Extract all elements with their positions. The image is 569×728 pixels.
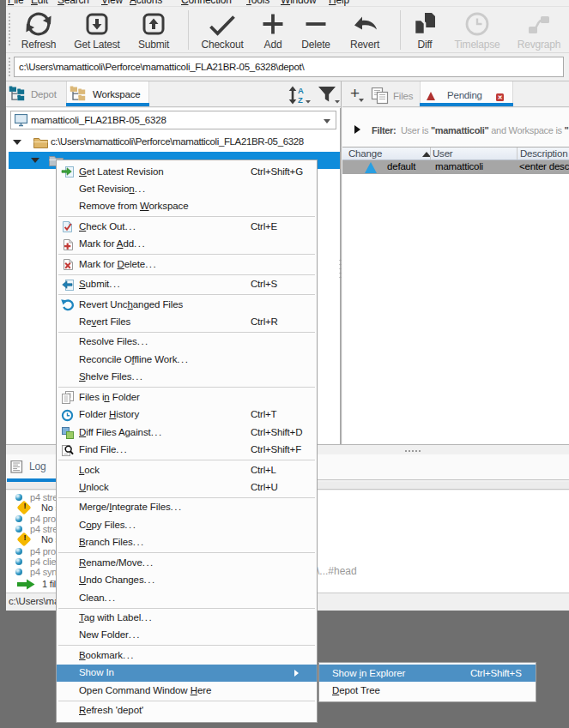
svg-text:A: A bbox=[298, 86, 304, 95]
svg-text:Z: Z bbox=[298, 95, 303, 105]
